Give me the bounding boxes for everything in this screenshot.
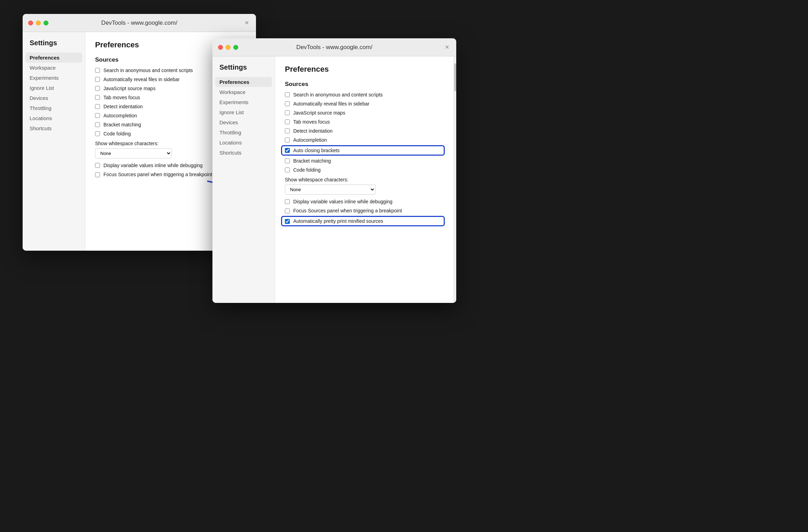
sidebar-item-shortcuts-1[interactable]: Shortcuts	[23, 123, 85, 133]
cb-detect-indent-input-1[interactable]	[95, 104, 100, 109]
cb-reveal-files-label-1: Automatically reveal files in sidebar	[103, 77, 180, 82]
cb-code-folding-label-1: Code folding	[103, 131, 131, 136]
maximize-button-2[interactable]	[233, 45, 238, 50]
sidebar-item-ignorelist-1[interactable]: Ignore List	[23, 83, 85, 93]
cb-autocompletion-label-2: Autocompletion	[293, 137, 327, 143]
traffic-lights-2	[218, 45, 238, 50]
scrollbar-thumb-2[interactable]	[454, 63, 456, 91]
whitespace-select-2[interactable]: None All Trailing	[285, 185, 375, 195]
cb-anonymous-scripts-2[interactable]: Search in anonymous and content scripts	[285, 92, 444, 97]
content-title-2: Preferences	[285, 65, 444, 74]
cb-code-folding-input-1[interactable]	[95, 131, 100, 136]
cb-pretty-print-input-2[interactable]	[285, 219, 290, 224]
cb-anonymous-scripts-label-2: Search in anonymous and content scripts	[293, 92, 383, 97]
whitespace-select-1[interactable]: None All Trailing	[95, 148, 172, 158]
cb-focus-sources-label-1: Focus Sources panel when triggering a br…	[103, 172, 212, 177]
traffic-lights-1	[28, 21, 48, 25]
scrollbar-2[interactable]	[453, 56, 456, 303]
cb-bracket-matching-label-2: Bracket matching	[293, 158, 331, 164]
sidebar-item-throttling-1[interactable]: Throttling	[23, 103, 85, 113]
sidebar-item-locations-1[interactable]: Locations	[23, 113, 85, 123]
sidebar-item-workspace-1[interactable]: Workspace	[23, 63, 85, 73]
cb-autocompletion-input-2[interactable]	[285, 138, 290, 142]
cb-autocompletion-input-1[interactable]	[95, 113, 100, 118]
cb-display-vars-label-1: Display variable values inline while deb…	[103, 163, 203, 168]
titlebar-title-1: DevTools - www.google.com/	[101, 19, 177, 26]
sidebar-title-1: Settings	[23, 39, 85, 53]
close-button-1[interactable]	[28, 21, 33, 25]
sidebar-item-preferences-1[interactable]: Preferences	[25, 53, 82, 63]
cb-tab-focus-label-1: Tab moves focus	[103, 95, 140, 100]
minimize-button-1[interactable]	[36, 21, 41, 25]
window-body-2: Settings Preferences Workspace Experimen…	[212, 56, 456, 303]
cb-autocompletion-label-1: Autocompletion	[103, 113, 137, 118]
sidebar-item-preferences-2[interactable]: Preferences	[215, 77, 272, 87]
cb-js-sourcemaps-label-2: JavaScript source maps	[293, 110, 345, 116]
sidebar-title-2: Settings	[212, 63, 275, 77]
close-button-2[interactable]	[218, 45, 223, 50]
whitespace-label-2: Show whitespace characters:	[285, 177, 444, 182]
cb-tab-focus-label-2: Tab moves focus	[293, 119, 330, 125]
cb-pretty-print-label-2: Automatically pretty print minified sour…	[293, 218, 383, 224]
sidebar-1: Settings Preferences Workspace Experimen…	[23, 32, 85, 251]
sidebar-item-experiments-2[interactable]: Experiments	[212, 97, 275, 107]
sidebar-item-ignorelist-2[interactable]: Ignore List	[212, 107, 275, 117]
cb-tab-focus-input-2[interactable]	[285, 119, 290, 124]
sidebar-item-locations-2[interactable]: Locations	[212, 138, 275, 148]
cb-code-folding-input-2[interactable]	[285, 167, 290, 172]
cb-detect-indent-label-1: Detect indentation	[103, 104, 143, 109]
cb-detect-indent-label-2: Detect indentation	[293, 128, 333, 134]
cb-anonymous-scripts-input-1[interactable]	[95, 68, 100, 73]
minimize-button-2[interactable]	[226, 45, 231, 50]
cb-display-vars-label-2: Display variable values inline while deb…	[293, 199, 393, 204]
window-close-btn-1[interactable]: ✕	[243, 19, 250, 27]
cb-focus-sources-2[interactable]: Focus Sources panel when triggering a br…	[285, 208, 444, 213]
cb-focus-sources-input-2[interactable]	[285, 209, 290, 213]
cb-js-sourcemaps-input-2[interactable]	[285, 110, 290, 115]
cb-reveal-files-label-2: Automatically reveal files in sidebar	[293, 101, 370, 107]
cb-detect-indent-input-2[interactable]	[285, 128, 290, 133]
cb-display-vars-input-1[interactable]	[95, 163, 100, 168]
cb-bracket-matching-input-1[interactable]	[95, 122, 100, 127]
cb-reveal-files-input-2[interactable]	[285, 101, 290, 106]
cb-pretty-print-2[interactable]: Automatically pretty print minified sour…	[282, 217, 444, 225]
cb-display-vars-2[interactable]: Display variable values inline while deb…	[285, 199, 444, 204]
sidebar-item-experiments-1[interactable]: Experiments	[23, 73, 85, 83]
cb-js-sourcemaps-label-1: JavaScript source maps	[103, 86, 155, 91]
cb-display-vars-input-2[interactable]	[285, 199, 290, 204]
cb-auto-closing-brackets-input-2[interactable]	[285, 148, 290, 153]
cb-auto-closing-brackets-label-2: Auto closing brackets	[293, 148, 340, 153]
cb-reveal-files-input-1[interactable]	[95, 77, 100, 82]
titlebar-title-2: DevTools - www.google.com/	[296, 44, 372, 51]
cb-bracket-matching-input-2[interactable]	[285, 158, 290, 163]
cb-code-folding-label-2: Code folding	[293, 167, 321, 173]
cb-reveal-files-2[interactable]: Automatically reveal files in sidebar	[285, 101, 444, 107]
cb-js-sourcemaps-2[interactable]: JavaScript source maps	[285, 110, 444, 116]
whitespace-dropdown-wrapper-2: None All Trailing	[285, 185, 444, 195]
cb-js-sourcemaps-input-1[interactable]	[95, 86, 100, 91]
cb-focus-sources-input-1[interactable]	[95, 172, 100, 177]
cb-tab-focus-input-1[interactable]	[95, 95, 100, 100]
cb-detect-indent-2[interactable]: Detect indentation	[285, 128, 444, 134]
titlebar-2: DevTools - www.google.com/ ✕	[212, 38, 456, 56]
cb-bracket-matching-label-1: Bracket matching	[103, 122, 141, 127]
window-2: DevTools - www.google.com/ ✕ Settings Pr…	[212, 38, 456, 303]
sidebar-item-devices-2[interactable]: Devices	[212, 117, 275, 127]
titlebar-1: DevTools - www.google.com/ ✕	[23, 14, 256, 32]
cb-autocompletion-2[interactable]: Autocompletion	[285, 137, 444, 143]
sources-section-2: Sources	[285, 81, 444, 88]
cb-auto-closing-brackets-2[interactable]: Auto closing brackets	[282, 146, 444, 155]
window-close-btn-2[interactable]: ✕	[443, 44, 451, 51]
cb-anonymous-scripts-label-1: Search in anonymous and content scripts	[103, 68, 193, 73]
cb-focus-sources-label-2: Focus Sources panel when triggering a br…	[293, 208, 402, 213]
cb-anonymous-scripts-input-2[interactable]	[285, 92, 290, 97]
sidebar-item-shortcuts-2[interactable]: Shortcuts	[212, 148, 275, 158]
cb-code-folding-2[interactable]: Code folding	[285, 167, 444, 173]
sidebar-item-devices-1[interactable]: Devices	[23, 93, 85, 103]
cb-bracket-matching-2[interactable]: Bracket matching	[285, 158, 444, 164]
cb-tab-focus-2[interactable]: Tab moves focus	[285, 119, 444, 125]
sidebar-item-workspace-2[interactable]: Workspace	[212, 87, 275, 97]
maximize-button-1[interactable]	[44, 21, 48, 25]
content-2: Preferences Sources Search in anonymous …	[275, 56, 453, 303]
sidebar-item-throttling-2[interactable]: Throttling	[212, 127, 275, 138]
